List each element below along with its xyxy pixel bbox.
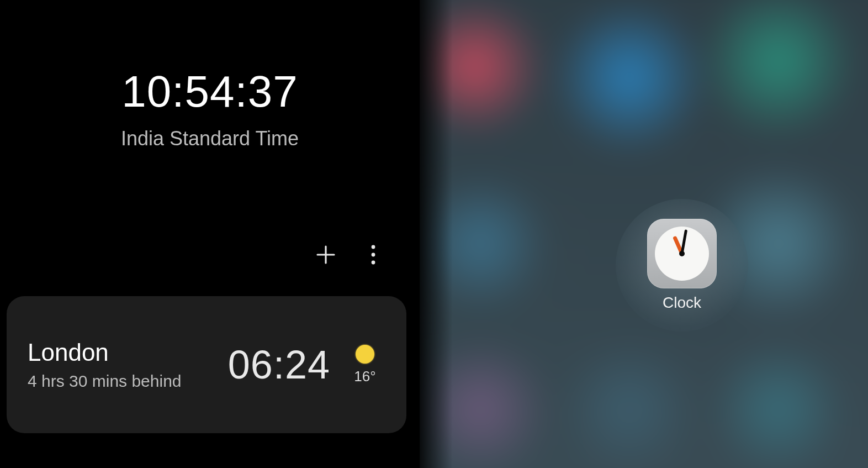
focused-app-bubble[interactable]: Clock — [616, 199, 748, 332]
more-vertical-icon — [367, 243, 380, 269]
clock-face-icon — [655, 227, 709, 281]
world-clock-info: London 4 hrs 30 mins behind — [28, 339, 228, 391]
world-clock-time: 06:24 — [228, 342, 330, 387]
clock-minute-hand-icon — [681, 229, 688, 254]
world-clock-card[interactable]: London 4 hrs 30 mins behind 06:24 16° — [7, 296, 406, 433]
focused-app-label: Clock — [663, 294, 701, 312]
plus-icon — [314, 243, 337, 268]
svg-point-1 — [372, 253, 375, 256]
main-clock: 10:54:37 India Standard Time — [0, 66, 420, 150]
clock-app-icon — [647, 219, 717, 288]
sun-icon — [356, 345, 374, 364]
world-clock-offset: 4 hrs 30 mins behind — [28, 372, 228, 391]
svg-point-2 — [372, 260, 375, 264]
clock-pivot-icon — [679, 251, 685, 256]
main-clock-time: 10:54:37 — [0, 66, 420, 117]
add-city-button[interactable] — [313, 242, 339, 269]
world-clock-city: London — [28, 339, 228, 366]
homescreen-panel: Clock — [420, 0, 868, 468]
main-clock-timezone: India Standard Time — [0, 127, 420, 150]
clock-app-panel: 10:54:37 India Standard Time London 4 hr… — [0, 0, 420, 468]
world-clock-temperature: 16° — [354, 368, 375, 385]
world-clock-weather: 16° — [346, 345, 384, 385]
svg-point-0 — [372, 245, 375, 249]
more-options-button[interactable] — [360, 242, 387, 269]
clock-actions-row — [313, 242, 387, 269]
panel-divider-fade — [420, 0, 453, 468]
